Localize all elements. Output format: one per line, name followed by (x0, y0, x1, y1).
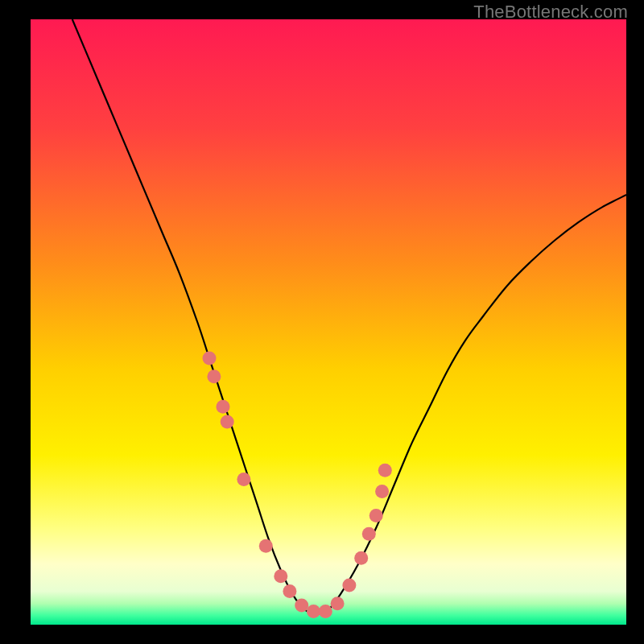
marker-dot (319, 605, 332, 618)
marker-dot (217, 400, 230, 414)
watermark-text: TheBottleneck.com (473, 2, 628, 23)
curve-layer (31, 19, 626, 625)
marker-dot (331, 597, 345, 610)
marker-dot (362, 527, 376, 541)
marker-dot (295, 598, 308, 612)
chart-frame: TheBottleneck.com (0, 0, 644, 644)
bottleneck-curve (72, 19, 626, 614)
marker-dot (274, 569, 287, 583)
marker-dot (237, 473, 250, 486)
marker-dot (207, 369, 221, 383)
marker-dots (203, 352, 392, 618)
marker-dot (369, 509, 383, 522)
marker-dot (307, 605, 320, 618)
marker-dot (378, 464, 392, 477)
marker-dot (203, 352, 217, 365)
marker-dot (259, 539, 273, 553)
marker-dot (375, 485, 389, 498)
marker-dot (354, 551, 368, 565)
marker-dot (221, 415, 234, 429)
marker-dot (283, 584, 296, 598)
marker-dot (342, 579, 356, 592)
plot-area (31, 19, 626, 625)
